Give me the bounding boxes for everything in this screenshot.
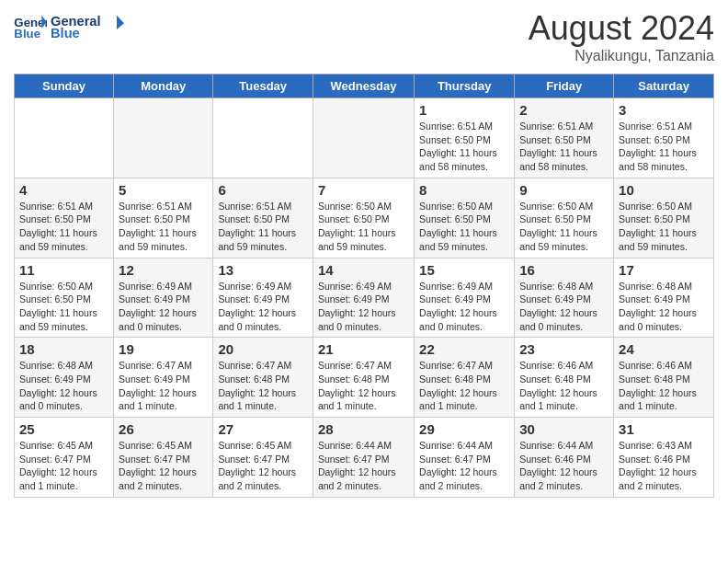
calendar: SundayMondayTuesdayWednesdayThursdayFrid… [14,74,714,498]
day-info: Sunrise: 6:48 AM Sunset: 6:49 PM Dayligh… [19,359,108,413]
day-info: Sunrise: 6:50 AM Sunset: 6:50 PM Dayligh… [318,200,409,254]
day-info: Sunrise: 6:50 AM Sunset: 6:50 PM Dayligh… [519,200,609,254]
svg-text:Blue: Blue [14,27,40,40]
calendar-cell: 7Sunrise: 6:50 AM Sunset: 6:50 PM Daylig… [313,178,414,258]
calendar-cell: 17Sunrise: 6:48 AM Sunset: 6:49 PM Dayli… [614,258,714,338]
calendar-header-tuesday: Tuesday [213,75,313,98]
day-info: Sunrise: 6:47 AM Sunset: 6:48 PM Dayligh… [318,359,409,413]
calendar-week-1: 1Sunrise: 6:51 AM Sunset: 6:50 PM Daylig… [15,98,714,178]
calendar-cell: 1Sunrise: 6:51 AM Sunset: 6:50 PM Daylig… [415,98,515,178]
title-block: August 2024 Nyalikungu, Tanzania [529,9,714,64]
day-number: 31 [619,421,709,437]
day-number: 10 [619,182,709,198]
calendar-cell: 29Sunrise: 6:44 AM Sunset: 6:47 PM Dayli… [415,418,515,498]
day-info: Sunrise: 6:45 AM Sunset: 6:47 PM Dayligh… [218,439,308,493]
day-info: Sunrise: 6:51 AM Sunset: 6:50 PM Dayligh… [218,200,308,254]
day-number: 7 [318,182,409,198]
calendar-cell: 10Sunrise: 6:50 AM Sunset: 6:50 PM Dayli… [614,178,714,258]
calendar-cell [114,98,213,178]
page: General Blue General Blue August 2024 Ny… [0,0,728,507]
day-number: 6 [218,182,308,198]
day-number: 11 [19,262,108,278]
calendar-cell: 15Sunrise: 6:49 AM Sunset: 6:49 PM Dayli… [415,258,515,338]
day-info: Sunrise: 6:49 AM Sunset: 6:49 PM Dayligh… [318,280,409,334]
day-number: 5 [119,182,208,198]
calendar-cell: 22Sunrise: 6:47 AM Sunset: 6:48 PM Dayli… [415,338,515,418]
day-info: Sunrise: 6:51 AM Sunset: 6:50 PM Dayligh… [119,200,208,254]
location: Nyalikungu, Tanzania [529,48,714,64]
day-number: 20 [218,341,308,357]
day-number: 24 [619,341,709,357]
day-info: Sunrise: 6:51 AM Sunset: 6:50 PM Dayligh… [419,120,509,174]
day-number: 17 [619,262,709,278]
logo: General Blue General Blue [14,9,124,46]
day-info: Sunrise: 6:49 AM Sunset: 6:49 PM Dayligh… [218,280,308,334]
day-number: 29 [419,421,509,437]
logo-bird-icon: General Blue [51,9,124,46]
day-info: Sunrise: 6:46 AM Sunset: 6:48 PM Dayligh… [619,359,709,413]
calendar-header-monday: Monday [114,75,213,98]
day-number: 13 [218,262,308,278]
day-info: Sunrise: 6:44 AM Sunset: 6:46 PM Dayligh… [519,439,609,493]
calendar-cell: 3Sunrise: 6:51 AM Sunset: 6:50 PM Daylig… [614,98,714,178]
day-number: 15 [419,262,509,278]
calendar-cell: 21Sunrise: 6:47 AM Sunset: 6:48 PM Dayli… [313,338,414,418]
calendar-cell: 31Sunrise: 6:43 AM Sunset: 6:46 PM Dayli… [614,418,714,498]
calendar-header-sunday: Sunday [15,75,114,98]
calendar-cell: 11Sunrise: 6:50 AM Sunset: 6:50 PM Dayli… [15,258,114,338]
calendar-cell: 8Sunrise: 6:50 AM Sunset: 6:50 PM Daylig… [415,178,515,258]
day-number: 14 [318,262,409,278]
calendar-cell: 24Sunrise: 6:46 AM Sunset: 6:48 PM Dayli… [614,338,714,418]
day-info: Sunrise: 6:46 AM Sunset: 6:48 PM Dayligh… [519,359,609,413]
day-number: 4 [19,182,108,198]
day-info: Sunrise: 6:51 AM Sunset: 6:50 PM Dayligh… [19,200,108,254]
day-number: 12 [119,262,208,278]
day-number: 27 [218,421,308,437]
day-info: Sunrise: 6:43 AM Sunset: 6:46 PM Dayligh… [619,439,709,493]
calendar-header-saturday: Saturday [614,75,714,98]
calendar-cell: 6Sunrise: 6:51 AM Sunset: 6:50 PM Daylig… [213,178,313,258]
day-info: Sunrise: 6:45 AM Sunset: 6:47 PM Dayligh… [119,439,208,493]
svg-marker-5 [117,16,124,29]
day-number: 21 [318,341,409,357]
day-number: 1 [419,102,509,118]
calendar-cell: 14Sunrise: 6:49 AM Sunset: 6:49 PM Dayli… [313,258,414,338]
calendar-cell: 19Sunrise: 6:47 AM Sunset: 6:49 PM Dayli… [114,338,213,418]
day-info: Sunrise: 6:48 AM Sunset: 6:49 PM Dayligh… [619,280,709,334]
day-info: Sunrise: 6:47 AM Sunset: 6:49 PM Dayligh… [119,359,208,413]
calendar-week-5: 25Sunrise: 6:45 AM Sunset: 6:47 PM Dayli… [15,418,714,498]
calendar-cell: 9Sunrise: 6:50 AM Sunset: 6:50 PM Daylig… [515,178,614,258]
calendar-week-2: 4Sunrise: 6:51 AM Sunset: 6:50 PM Daylig… [15,178,714,258]
calendar-cell: 12Sunrise: 6:49 AM Sunset: 6:49 PM Dayli… [114,258,213,338]
calendar-cell: 28Sunrise: 6:44 AM Sunset: 6:47 PM Dayli… [313,418,414,498]
day-number: 23 [519,341,609,357]
calendar-cell: 23Sunrise: 6:46 AM Sunset: 6:48 PM Dayli… [515,338,614,418]
logo-icon: General Blue [14,14,47,41]
calendar-header-thursday: Thursday [415,75,515,98]
calendar-header-row: SundayMondayTuesdayWednesdayThursdayFrid… [15,75,714,98]
calendar-cell: 26Sunrise: 6:45 AM Sunset: 6:47 PM Dayli… [114,418,213,498]
calendar-cell: 27Sunrise: 6:45 AM Sunset: 6:47 PM Dayli… [213,418,313,498]
calendar-cell: 2Sunrise: 6:51 AM Sunset: 6:50 PM Daylig… [515,98,614,178]
day-info: Sunrise: 6:51 AM Sunset: 6:50 PM Dayligh… [619,120,709,174]
day-info: Sunrise: 6:49 AM Sunset: 6:49 PM Dayligh… [419,280,509,334]
calendar-cell: 18Sunrise: 6:48 AM Sunset: 6:49 PM Dayli… [15,338,114,418]
calendar-cell: 13Sunrise: 6:49 AM Sunset: 6:49 PM Dayli… [213,258,313,338]
day-info: Sunrise: 6:50 AM Sunset: 6:50 PM Dayligh… [19,280,108,334]
day-number: 8 [419,182,509,198]
day-number: 22 [419,341,509,357]
calendar-week-3: 11Sunrise: 6:50 AM Sunset: 6:50 PM Dayli… [15,258,714,338]
day-number: 3 [619,102,709,118]
calendar-cell [313,98,414,178]
calendar-header-friday: Friday [515,75,614,98]
day-number: 19 [119,341,208,357]
svg-text:Blue: Blue [51,26,80,40]
day-info: Sunrise: 6:48 AM Sunset: 6:49 PM Dayligh… [519,280,609,334]
calendar-cell: 16Sunrise: 6:48 AM Sunset: 6:49 PM Dayli… [515,258,614,338]
calendar-cell: 5Sunrise: 6:51 AM Sunset: 6:50 PM Daylig… [114,178,213,258]
calendar-cell: 20Sunrise: 6:47 AM Sunset: 6:48 PM Dayli… [213,338,313,418]
header: General Blue General Blue August 2024 Ny… [14,9,714,64]
day-number: 30 [519,421,609,437]
day-info: Sunrise: 6:47 AM Sunset: 6:48 PM Dayligh… [419,359,509,413]
day-info: Sunrise: 6:44 AM Sunset: 6:47 PM Dayligh… [318,439,409,493]
